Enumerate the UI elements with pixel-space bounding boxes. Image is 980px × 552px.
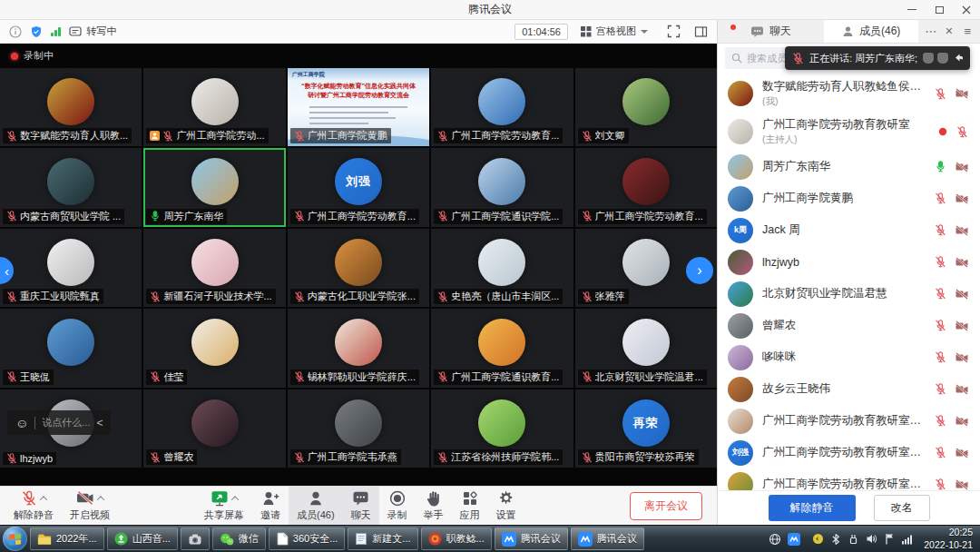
mic-muted-icon[interactable] xyxy=(935,256,946,268)
camera-off-icon[interactable] xyxy=(956,162,968,172)
volume-tray-icon[interactable] xyxy=(866,533,878,545)
video-tile[interactable]: 江苏省徐州技师学院韩... xyxy=(431,389,573,468)
video-tile[interactable]: 曾耀农 xyxy=(143,389,285,468)
meeting-tray-icon[interactable] xyxy=(788,533,800,546)
chevron-up-icon[interactable] xyxy=(231,496,239,503)
toolbar-mic-off-lg-button[interactable]: 解除静音 xyxy=(5,487,62,525)
mic-muted-icon[interactable] xyxy=(935,478,946,490)
taskbar-button[interactable]: 腾讯会议 xyxy=(571,527,644,550)
mic-muted-icon[interactable] xyxy=(935,192,946,204)
taskbar-button[interactable]: 微信 xyxy=(212,527,266,550)
chevron-up-icon[interactable] xyxy=(40,496,47,503)
reply-arrow-icon[interactable] xyxy=(954,53,963,64)
tab-members[interactable]: 成员(46) xyxy=(824,20,918,43)
side-panel-layout-icon[interactable] xyxy=(694,25,708,38)
member-row[interactable]: 周芳广东南华 xyxy=(718,151,980,182)
info-icon[interactable] xyxy=(9,25,22,38)
member-row[interactable]: 哆唻咪 xyxy=(718,341,980,373)
video-tile[interactable]: 新疆石河子职业技术学... xyxy=(143,229,285,307)
mic-muted-icon[interactable] xyxy=(935,88,946,100)
network-signal-icon[interactable] xyxy=(51,26,61,36)
quick-chat-placeholder[interactable]: 说点什么... xyxy=(42,416,90,429)
member-row[interactable]: 曾耀农 xyxy=(718,310,980,341)
mic-muted-icon[interactable] xyxy=(935,383,946,395)
member-row[interactable]: 广州工商学院劳动教育教研室杨宇静 xyxy=(718,468,980,490)
mic-muted-icon[interactable] xyxy=(935,415,946,427)
mic-muted-icon[interactable] xyxy=(935,447,946,458)
member-row[interactable]: 北京财贸职业学院温君慧 xyxy=(718,278,980,310)
video-tile[interactable]: 内蒙古商贸职业学院 ... xyxy=(0,148,142,226)
bluetooth-tray-icon[interactable] xyxy=(830,533,841,546)
member-row[interactable]: 广州工商学院黄鹏 xyxy=(718,182,980,214)
taskbar-button[interactable]: 新建文... xyxy=(348,527,417,550)
video-tile[interactable]: 北京财贸职业学院温君... xyxy=(575,309,717,387)
shield-security-icon[interactable] xyxy=(30,25,43,38)
globe-tray-icon[interactable] xyxy=(769,533,781,546)
video-tile[interactable]: 重庆工业职院甄真 xyxy=(0,229,142,307)
start-button[interactable] xyxy=(3,527,27,551)
toolbar-cam-off-lg-button[interactable]: 开启视频 xyxy=(62,487,118,525)
video-tile[interactable]: 史艳亮（唐山市丰润区... xyxy=(431,229,573,307)
member-row[interactable]: 数字赋能劳动育人职教鲶鱼侯银海 (我) xyxy=(718,74,980,113)
power-plug-tray-icon[interactable] xyxy=(848,533,859,546)
camera-off-icon[interactable] xyxy=(956,448,968,458)
video-tile[interactable]: 王晓侃 xyxy=(0,309,142,387)
mic-muted-icon[interactable] xyxy=(935,288,946,300)
camera-off-icon[interactable] xyxy=(956,88,968,99)
quick-chat-bubble[interactable]: ☺ 说点什么... < xyxy=(7,410,111,435)
camera-off-icon[interactable] xyxy=(956,225,968,236)
camera-off-icon[interactable] xyxy=(956,352,968,363)
video-tile[interactable]: 广州工商学院劳动... xyxy=(143,68,285,146)
menu-icon[interactable]: ≡ xyxy=(961,25,974,38)
video-tile[interactable]: 刘文卿 xyxy=(575,68,717,146)
panel-close-icon[interactable]: ✕ xyxy=(945,25,953,37)
camera-off-icon[interactable] xyxy=(956,416,968,427)
toolbar-hand-lg-button[interactable]: 举手 xyxy=(416,487,452,525)
minimize-button[interactable] xyxy=(898,0,926,19)
toolbar-invite-button[interactable]: 邀请 xyxy=(252,487,289,525)
maximize-button[interactable] xyxy=(926,0,953,19)
view-mode-select[interactable]: 宫格视图 xyxy=(576,23,652,40)
video-tile[interactable]: 数字赋能劳动育人职教... xyxy=(0,68,142,146)
toolbar-members-button[interactable]: 成员(46) xyxy=(289,487,343,525)
video-tile[interactable]: 周芳广东南华 xyxy=(143,148,285,226)
taskbar-button[interactable]: 360安全... xyxy=(269,527,346,550)
rename-button[interactable]: 改名 xyxy=(874,495,930,521)
member-row[interactable]: 故乡云王晓伟 xyxy=(718,373,980,405)
toolbar-share-screen-button[interactable]: 共享屏幕 xyxy=(196,487,252,525)
member-row[interactable]: 广州工商学院劳动教育教研室黄静瑜 xyxy=(718,405,980,437)
camera-off-icon[interactable] xyxy=(956,193,968,204)
video-tile[interactable]: 广州工商学院劳动教育... xyxy=(431,68,573,146)
video-tile[interactable]: 广州工商学院通识教育... xyxy=(431,309,573,387)
toolbar-record-lg-button[interactable]: 录制 xyxy=(379,487,416,525)
chevron-up-icon[interactable] xyxy=(97,496,104,503)
yellow-status-tray-icon[interactable] xyxy=(812,533,824,545)
toolbar-chat-lg-button[interactable]: 聊天 xyxy=(343,487,379,525)
toolbar-apps-lg-button[interactable]: 应用 xyxy=(452,487,488,525)
action-flag-tray-icon[interactable] xyxy=(885,533,895,545)
taskbar-button[interactable]: 职教鲶... xyxy=(421,527,492,550)
video-tile[interactable]: 广州工商学院通识学院... xyxy=(431,148,573,226)
camera-off-icon[interactable] xyxy=(956,479,968,490)
mic-active-icon[interactable] xyxy=(935,161,946,172)
collapse-arrow-icon[interactable]: < xyxy=(96,417,103,429)
video-tile[interactable]: 广州工商学院劳动教育... xyxy=(575,148,717,226)
tab-chat[interactable]: 聊天 xyxy=(718,20,824,43)
video-tile[interactable]: 刘强 广州工商学院劳动教育... xyxy=(288,148,429,226)
mic-muted-icon[interactable] xyxy=(935,224,946,236)
camera-off-icon[interactable] xyxy=(956,257,968,268)
unmute-button[interactable]: 解除静音 xyxy=(769,495,856,521)
taskbar-button[interactable]: 山西音... xyxy=(107,527,178,550)
mic-muted-icon[interactable] xyxy=(935,351,946,363)
taskbar-button[interactable]: 腾讯会议 xyxy=(495,527,568,550)
mic-muted-icon[interactable] xyxy=(956,126,968,138)
taskbar-button[interactable]: 2022年... xyxy=(30,527,104,550)
member-row[interactable]: k周 Jack 周 xyxy=(718,214,980,246)
grid-page-next-button[interactable]: › xyxy=(686,257,713,284)
taskbar-clock[interactable]: 20:25 2022-10-21 xyxy=(919,527,973,551)
emoji-icon[interactable]: ☺ xyxy=(15,416,28,430)
video-tile[interactable]: 锡林郭勒职业学院薛庆... xyxy=(288,309,429,387)
member-row[interactable]: 广州工商学院劳动教育教研室 (主持人) xyxy=(718,113,980,151)
taskbar-button[interactable] xyxy=(181,527,210,550)
camera-off-icon[interactable] xyxy=(956,320,968,331)
